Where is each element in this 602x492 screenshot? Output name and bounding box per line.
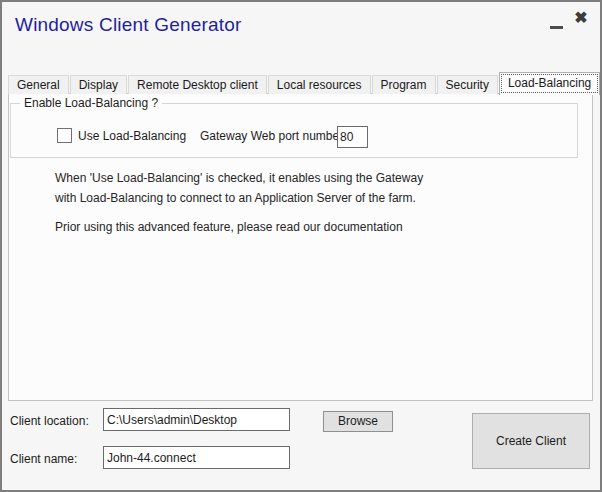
- window-title: Windows Client Generator: [15, 14, 242, 36]
- client-location-input[interactable]: [103, 408, 290, 431]
- create-client-button[interactable]: Create Client: [472, 413, 590, 469]
- tab-local-resources[interactable]: Local resources: [268, 75, 371, 94]
- info-text-line-1: When 'Use Load-Balancing' is checked, it…: [55, 171, 423, 185]
- browse-button[interactable]: Browse: [323, 411, 393, 432]
- client-name-label: Client name:: [10, 452, 77, 466]
- tab-load-balancing[interactable]: Load-Balancing: [499, 72, 600, 95]
- tab-remote-desktop-client[interactable]: Remote Desktop client: [128, 75, 267, 94]
- gateway-port-input[interactable]: [337, 126, 368, 148]
- info-text-line-3: Prior using this advanced feature, pleas…: [55, 220, 403, 234]
- tab-security[interactable]: Security: [437, 75, 498, 94]
- close-icon[interactable]: ✖: [572, 8, 590, 28]
- groupbox-title: Enable Load-Balancing ?: [20, 96, 162, 110]
- windows-client-generator-dialog: Windows Client Generator ✖ General Displ…: [0, 0, 602, 492]
- tab-general[interactable]: General: [8, 75, 69, 94]
- info-text-line-2: with Load-Balancing to connect to an App…: [55, 191, 416, 205]
- minimize-icon[interactable]: [550, 20, 564, 34]
- client-name-input[interactable]: [103, 446, 290, 469]
- tab-program[interactable]: Program: [372, 75, 436, 94]
- tab-strip: General Display Remote Desktop client Lo…: [8, 72, 601, 94]
- client-location-label: Client location:: [10, 414, 89, 428]
- tab-display[interactable]: Display: [70, 75, 127, 94]
- gateway-port-label: Gateway Web port number: [200, 129, 343, 143]
- use-load-balancing-checkbox[interactable]: [57, 128, 72, 143]
- use-load-balancing-label: Use Load-Balancing: [78, 129, 186, 143]
